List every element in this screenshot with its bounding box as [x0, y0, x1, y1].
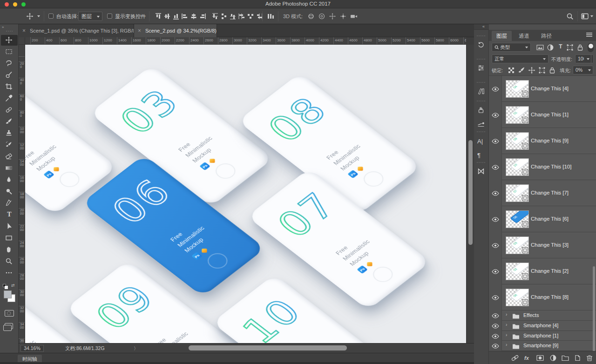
layer-row[interactable]: 06 Change This [6]: [489, 206, 596, 232]
layer-row[interactable]: 02 Change This [2]: [489, 258, 596, 284]
layer-thumbnail[interactable]: 02: [506, 263, 529, 280]
eraser-tool[interactable]: [5, 153, 14, 161]
align-left-edges-icon[interactable]: [181, 13, 189, 20]
3d-camera-icon[interactable]: [350, 13, 358, 20]
layer-row[interactable]: 10 Change This [10]: [489, 154, 596, 180]
pen-tool[interactable]: [5, 199, 14, 208]
foreground-color-swatch[interactable]: [4, 290, 12, 298]
canvas-horizontal-scrollbar[interactable]: [189, 345, 347, 351]
3d-slide-icon[interactable]: [339, 13, 347, 20]
panel-properties-icon[interactable]: [477, 64, 486, 73]
panel-color-icon[interactable]: [477, 106, 486, 115]
eyedropper-tool[interactable]: [5, 94, 14, 103]
type-tool[interactable]: T: [5, 211, 14, 219]
disclosure-chevron-icon[interactable]: ›: [506, 342, 507, 347]
align-horizontal-centers-icon[interactable]: [190, 13, 197, 20]
3d-drag-icon[interactable]: [329, 13, 336, 20]
layer-thumbnail[interactable]: 04: [506, 80, 529, 98]
layer-thumbnail[interactable]: 10: [506, 158, 529, 176]
crop-tool[interactable]: [5, 83, 14, 91]
link-layers-icon[interactable]: [511, 354, 519, 362]
eye-icon[interactable]: [492, 191, 499, 196]
layer-name[interactable]: Change This [1]: [531, 112, 569, 117]
panel-paragraph-icon[interactable]: ¶: [477, 151, 486, 159]
filter-kind-dropdown[interactable]: 类型: [492, 43, 531, 52]
document-tab-scene1[interactable]: × Scene_1.psd @ 35% (Change This [3], RG…: [19, 24, 134, 37]
eye-icon[interactable]: [492, 295, 499, 300]
align-vertical-centers-icon[interactable]: [163, 13, 171, 20]
adjustment-layer-icon[interactable]: [549, 354, 557, 362]
tab-layers[interactable]: 图层: [492, 31, 512, 41]
layers-scrollbar-thumb[interactable]: [593, 266, 595, 364]
disclosure-chevron-icon[interactable]: ›: [506, 332, 507, 337]
lock-transparency-icon[interactable]: [508, 67, 515, 74]
distribute-left-edges-icon[interactable]: [238, 13, 245, 20]
layer-name[interactable]: Change This [10]: [531, 164, 571, 169]
path-selection-tool[interactable]: [5, 222, 14, 231]
eye-icon[interactable]: [492, 344, 499, 349]
new-group-icon[interactable]: [562, 354, 569, 362]
marquee-tool[interactable]: [5, 48, 14, 56]
collapse-panels-chevron[interactable]: «: [482, 24, 485, 29]
distribute-spacing-icon[interactable]: [267, 13, 274, 20]
align-bottom-edges-icon[interactable]: [172, 13, 180, 20]
healing-brush-tool[interactable]: [5, 106, 14, 115]
layer-thumbnail[interactable]: 08: [506, 289, 529, 306]
auto-select-checkbox[interactable]: [48, 13, 54, 19]
group-name[interactable]: Smartphone [4]: [523, 323, 558, 328]
distribute-vertical-centers-icon[interactable]: [220, 13, 228, 20]
layer-group-row[interactable]: › Smartphone [1]: [489, 331, 596, 341]
layer-name[interactable]: Change This [4]: [531, 86, 569, 91]
filter-pixel-layers-icon[interactable]: [536, 44, 544, 51]
history-brush-tool[interactable]: [5, 141, 14, 149]
layer-style-icon[interactable]: fx: [524, 355, 532, 363]
layer-thumbnail[interactable]: 09: [506, 132, 529, 150]
layer-thumbnail[interactable]: 01: [506, 106, 529, 124]
dodge-tool[interactable]: [5, 188, 14, 196]
layer-row[interactable]: 01 Change This [1]: [489, 102, 596, 128]
workspace-caret[interactable]: [590, 15, 593, 17]
eye-icon[interactable]: [492, 217, 499, 222]
layer-row[interactable]: 08 Change This [8]: [489, 284, 596, 310]
layer-group-row[interactable]: › Effects: [489, 310, 596, 321]
scrollbar-thumb[interactable]: [468, 140, 473, 245]
group-name[interactable]: Smartphone [9]: [523, 343, 558, 348]
filter-toggle[interactable]: [588, 43, 594, 52]
brush-tool[interactable]: [5, 118, 14, 126]
zoom-level-field[interactable]: 34.16%: [20, 345, 44, 352]
eye-icon[interactable]: [492, 113, 499, 118]
filter-adjustment-layers-icon[interactable]: [547, 44, 554, 51]
align-top-edges-icon[interactable]: [155, 13, 162, 20]
eye-icon[interactable]: [492, 87, 499, 92]
filter-shape-layers-icon[interactable]: [566, 44, 574, 51]
new-layer-icon[interactable]: [574, 354, 581, 362]
group-name[interactable]: Smartphone [1]: [523, 333, 558, 338]
fill-field[interactable]: 0%: [573, 66, 593, 74]
panel-libraries-icon[interactable]: [477, 88, 486, 96]
auto-select-dropdown[interactable]: 图层: [78, 12, 102, 21]
disclosure-chevron-icon[interactable]: ›: [506, 312, 507, 317]
panel-glyphs-icon[interactable]: [477, 168, 486, 176]
panel-history-icon[interactable]: [477, 41, 486, 49]
layer-thumbnail[interactable]: 06: [506, 210, 529, 228]
eye-icon[interactable]: [492, 313, 499, 318]
group-name[interactable]: Effects: [523, 312, 539, 318]
tab-paths[interactable]: 路径: [536, 31, 556, 41]
panel-menu-icon[interactable]: [586, 33, 592, 37]
layer-group-row[interactable]: › Smartphone [9]: [489, 341, 596, 351]
hand-tool[interactable]: [5, 246, 14, 254]
tool-preset-caret[interactable]: [37, 15, 40, 17]
close-tab-icon[interactable]: ×: [138, 24, 141, 37]
edit-toolbar-icon[interactable]: [5, 269, 14, 277]
layer-name[interactable]: Change This [2]: [531, 268, 569, 274]
quick-mask-button[interactable]: [5, 310, 14, 317]
lock-pixels-icon[interactable]: [518, 67, 525, 74]
layer-row[interactable]: 04 Change This [4]: [489, 76, 596, 102]
quick-selection-tool[interactable]: [5, 71, 14, 80]
toolbox-grip[interactable]: [6, 31, 13, 33]
add-mask-icon[interactable]: [536, 354, 544, 362]
show-transform-controls-checkbox[interactable]: [107, 13, 112, 19]
eye-icon[interactable]: [492, 165, 499, 170]
blur-tool[interactable]: [5, 176, 14, 184]
opacity-caret-icon[interactable]: [587, 58, 589, 60]
